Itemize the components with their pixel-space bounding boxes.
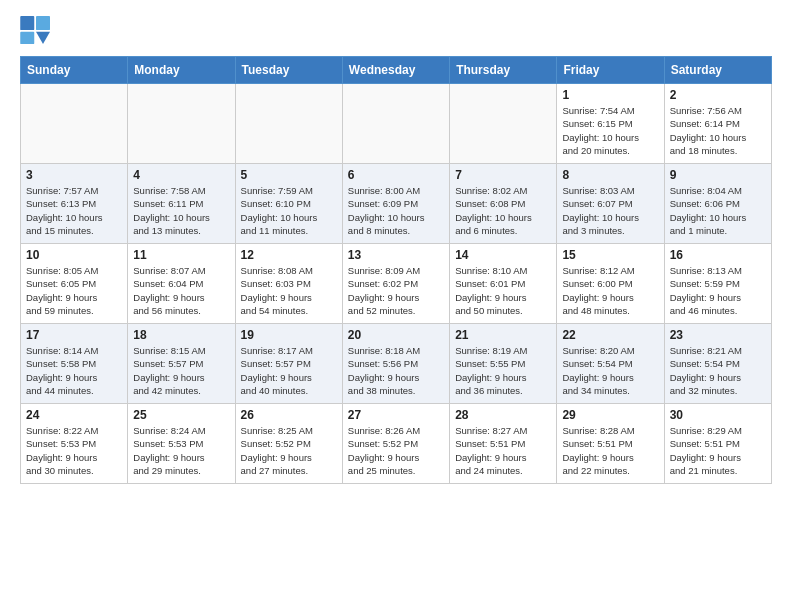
calendar-cell: 24Sunrise: 8:22 AM Sunset: 5:53 PM Dayli… — [21, 404, 128, 484]
day-info: Sunrise: 8:28 AM Sunset: 5:51 PM Dayligh… — [562, 424, 658, 477]
day-number: 6 — [348, 168, 444, 182]
day-number: 3 — [26, 168, 122, 182]
calendar-cell: 18Sunrise: 8:15 AM Sunset: 5:57 PM Dayli… — [128, 324, 235, 404]
calendar-cell: 14Sunrise: 8:10 AM Sunset: 6:01 PM Dayli… — [450, 244, 557, 324]
calendar-cell: 1Sunrise: 7:54 AM Sunset: 6:15 PM Daylig… — [557, 84, 664, 164]
calendar-cell: 11Sunrise: 8:07 AM Sunset: 6:04 PM Dayli… — [128, 244, 235, 324]
day-info: Sunrise: 8:19 AM Sunset: 5:55 PM Dayligh… — [455, 344, 551, 397]
calendar-cell: 4Sunrise: 7:58 AM Sunset: 6:11 PM Daylig… — [128, 164, 235, 244]
day-info: Sunrise: 8:03 AM Sunset: 6:07 PM Dayligh… — [562, 184, 658, 237]
calendar-cell: 28Sunrise: 8:27 AM Sunset: 5:51 PM Dayli… — [450, 404, 557, 484]
day-number: 5 — [241, 168, 337, 182]
calendar-cell: 17Sunrise: 8:14 AM Sunset: 5:58 PM Dayli… — [21, 324, 128, 404]
calendar-week-row: 24Sunrise: 8:22 AM Sunset: 5:53 PM Dayli… — [21, 404, 772, 484]
day-number: 21 — [455, 328, 551, 342]
calendar-week-row: 1Sunrise: 7:54 AM Sunset: 6:15 PM Daylig… — [21, 84, 772, 164]
calendar-cell: 7Sunrise: 8:02 AM Sunset: 6:08 PM Daylig… — [450, 164, 557, 244]
day-number: 2 — [670, 88, 766, 102]
calendar-week-row: 17Sunrise: 8:14 AM Sunset: 5:58 PM Dayli… — [21, 324, 772, 404]
svg-rect-2 — [20, 32, 34, 44]
header — [20, 16, 772, 44]
day-number: 28 — [455, 408, 551, 422]
logo-icon — [20, 16, 52, 44]
day-number: 22 — [562, 328, 658, 342]
calendar-cell — [235, 84, 342, 164]
day-number: 15 — [562, 248, 658, 262]
day-info: Sunrise: 8:14 AM Sunset: 5:58 PM Dayligh… — [26, 344, 122, 397]
day-number: 25 — [133, 408, 229, 422]
calendar-cell — [342, 84, 449, 164]
day-number: 1 — [562, 88, 658, 102]
day-number: 17 — [26, 328, 122, 342]
calendar-cell: 13Sunrise: 8:09 AM Sunset: 6:02 PM Dayli… — [342, 244, 449, 324]
day-info: Sunrise: 8:07 AM Sunset: 6:04 PM Dayligh… — [133, 264, 229, 317]
calendar-cell — [128, 84, 235, 164]
calendar-cell: 3Sunrise: 7:57 AM Sunset: 6:13 PM Daylig… — [21, 164, 128, 244]
calendar-cell: 29Sunrise: 8:28 AM Sunset: 5:51 PM Dayli… — [557, 404, 664, 484]
day-number: 23 — [670, 328, 766, 342]
day-info: Sunrise: 8:26 AM Sunset: 5:52 PM Dayligh… — [348, 424, 444, 477]
day-number: 14 — [455, 248, 551, 262]
day-number: 27 — [348, 408, 444, 422]
calendar-cell: 19Sunrise: 8:17 AM Sunset: 5:57 PM Dayli… — [235, 324, 342, 404]
day-number: 30 — [670, 408, 766, 422]
day-number: 9 — [670, 168, 766, 182]
logo — [20, 16, 56, 44]
weekday-header-thursday: Thursday — [450, 57, 557, 84]
day-info: Sunrise: 8:22 AM Sunset: 5:53 PM Dayligh… — [26, 424, 122, 477]
day-info: Sunrise: 8:17 AM Sunset: 5:57 PM Dayligh… — [241, 344, 337, 397]
day-info: Sunrise: 8:10 AM Sunset: 6:01 PM Dayligh… — [455, 264, 551, 317]
day-number: 8 — [562, 168, 658, 182]
calendar-cell: 5Sunrise: 7:59 AM Sunset: 6:10 PM Daylig… — [235, 164, 342, 244]
day-number: 10 — [26, 248, 122, 262]
day-number: 16 — [670, 248, 766, 262]
calendar-cell: 21Sunrise: 8:19 AM Sunset: 5:55 PM Dayli… — [450, 324, 557, 404]
weekday-header-tuesday: Tuesday — [235, 57, 342, 84]
weekday-header-monday: Monday — [128, 57, 235, 84]
calendar-cell — [450, 84, 557, 164]
day-info: Sunrise: 8:25 AM Sunset: 5:52 PM Dayligh… — [241, 424, 337, 477]
day-info: Sunrise: 7:59 AM Sunset: 6:10 PM Dayligh… — [241, 184, 337, 237]
calendar-cell: 26Sunrise: 8:25 AM Sunset: 5:52 PM Dayli… — [235, 404, 342, 484]
page: SundayMondayTuesdayWednesdayThursdayFrid… — [0, 0, 792, 504]
calendar-cell — [21, 84, 128, 164]
day-number: 24 — [26, 408, 122, 422]
day-number: 12 — [241, 248, 337, 262]
calendar-week-row: 3Sunrise: 7:57 AM Sunset: 6:13 PM Daylig… — [21, 164, 772, 244]
calendar-cell: 6Sunrise: 8:00 AM Sunset: 6:09 PM Daylig… — [342, 164, 449, 244]
weekday-header-sunday: Sunday — [21, 57, 128, 84]
day-info: Sunrise: 8:29 AM Sunset: 5:51 PM Dayligh… — [670, 424, 766, 477]
calendar-cell: 2Sunrise: 7:56 AM Sunset: 6:14 PM Daylig… — [664, 84, 771, 164]
calendar-table: SundayMondayTuesdayWednesdayThursdayFrid… — [20, 56, 772, 484]
day-info: Sunrise: 8:20 AM Sunset: 5:54 PM Dayligh… — [562, 344, 658, 397]
calendar-cell: 16Sunrise: 8:13 AM Sunset: 5:59 PM Dayli… — [664, 244, 771, 324]
svg-rect-0 — [20, 16, 34, 30]
day-info: Sunrise: 8:13 AM Sunset: 5:59 PM Dayligh… — [670, 264, 766, 317]
day-info: Sunrise: 8:00 AM Sunset: 6:09 PM Dayligh… — [348, 184, 444, 237]
day-number: 13 — [348, 248, 444, 262]
day-info: Sunrise: 8:21 AM Sunset: 5:54 PM Dayligh… — [670, 344, 766, 397]
calendar-week-row: 10Sunrise: 8:05 AM Sunset: 6:05 PM Dayli… — [21, 244, 772, 324]
day-number: 19 — [241, 328, 337, 342]
day-info: Sunrise: 8:02 AM Sunset: 6:08 PM Dayligh… — [455, 184, 551, 237]
day-info: Sunrise: 7:58 AM Sunset: 6:11 PM Dayligh… — [133, 184, 229, 237]
calendar-cell: 15Sunrise: 8:12 AM Sunset: 6:00 PM Dayli… — [557, 244, 664, 324]
day-info: Sunrise: 8:12 AM Sunset: 6:00 PM Dayligh… — [562, 264, 658, 317]
calendar-cell: 8Sunrise: 8:03 AM Sunset: 6:07 PM Daylig… — [557, 164, 664, 244]
calendar-cell: 12Sunrise: 8:08 AM Sunset: 6:03 PM Dayli… — [235, 244, 342, 324]
day-info: Sunrise: 7:56 AM Sunset: 6:14 PM Dayligh… — [670, 104, 766, 157]
day-info: Sunrise: 7:57 AM Sunset: 6:13 PM Dayligh… — [26, 184, 122, 237]
day-number: 7 — [455, 168, 551, 182]
calendar-cell: 23Sunrise: 8:21 AM Sunset: 5:54 PM Dayli… — [664, 324, 771, 404]
day-info: Sunrise: 8:15 AM Sunset: 5:57 PM Dayligh… — [133, 344, 229, 397]
day-info: Sunrise: 8:04 AM Sunset: 6:06 PM Dayligh… — [670, 184, 766, 237]
day-info: Sunrise: 8:18 AM Sunset: 5:56 PM Dayligh… — [348, 344, 444, 397]
calendar-cell: 9Sunrise: 8:04 AM Sunset: 6:06 PM Daylig… — [664, 164, 771, 244]
svg-rect-1 — [36, 16, 50, 30]
day-number: 26 — [241, 408, 337, 422]
day-info: Sunrise: 7:54 AM Sunset: 6:15 PM Dayligh… — [562, 104, 658, 157]
calendar-cell: 30Sunrise: 8:29 AM Sunset: 5:51 PM Dayli… — [664, 404, 771, 484]
day-info: Sunrise: 8:08 AM Sunset: 6:03 PM Dayligh… — [241, 264, 337, 317]
calendar-cell: 10Sunrise: 8:05 AM Sunset: 6:05 PM Dayli… — [21, 244, 128, 324]
day-number: 11 — [133, 248, 229, 262]
